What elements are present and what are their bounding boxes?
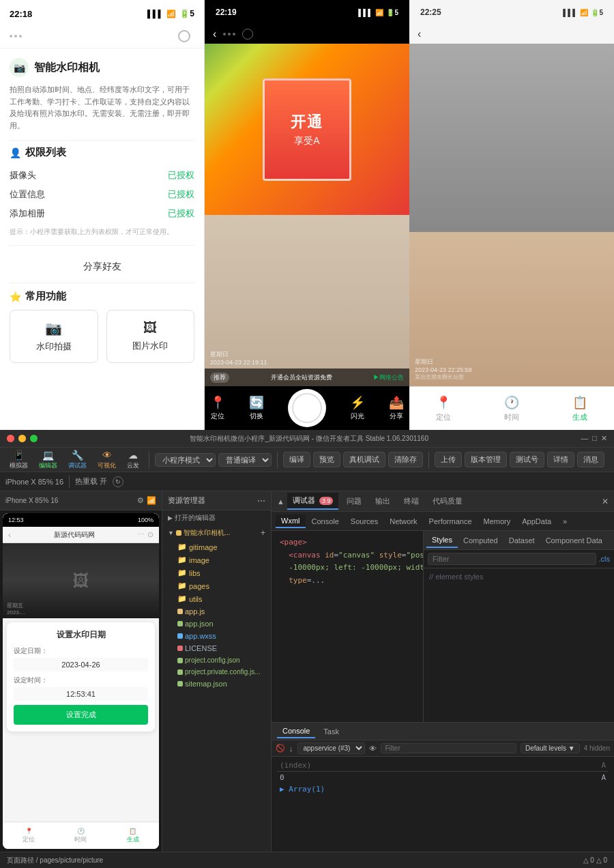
share-button[interactable]: 分享好友 — [10, 254, 194, 280]
console-expand-icon[interactable]: ↓ — [289, 744, 293, 753]
inner-tab-more[interactable]: » — [557, 515, 572, 527]
p3-back-icon[interactable]: ‹ — [418, 28, 421, 40]
minus-icon[interactable]: — — [581, 434, 588, 443]
file-dot-wxss — [177, 633, 183, 639]
cls-badge[interactable]: .cls — [599, 555, 611, 563]
camera-shutter-btn[interactable] — [288, 389, 326, 427]
inner-tab-console[interactable]: Console — [306, 515, 345, 527]
debugger-btn[interactable]: 🔧 调试器 — [64, 448, 91, 472]
real-device-btn[interactable]: 真机调试 — [343, 452, 385, 467]
console-eye-icon[interactable]: 👁 — [369, 744, 377, 753]
mode-select[interactable]: 小程序模式 — [155, 453, 216, 467]
refresh-icon[interactable]: ↻ — [113, 476, 123, 487]
add-file-icon[interactable]: + — [261, 528, 265, 538]
compile-btn[interactable]: 编译 — [283, 452, 310, 467]
sim-settings-icon[interactable]: ⚙ — [137, 496, 144, 505]
tab-code-quality[interactable]: 代码质量 — [427, 493, 468, 509]
file-tree: 资源管理器 ⋯ ▶ 打开的编辑器 ▼ 智能水印相机... + 📁 gitimag… — [162, 491, 272, 852]
hotreload-btn[interactable]: 热重载 开 — [75, 476, 107, 487]
clear-btn[interactable]: 清除存 — [388, 452, 423, 467]
message-btn[interactable]: 消息 — [577, 452, 604, 467]
tree-item-sitemap[interactable]: sitemap.json — [162, 678, 271, 690]
tree-item-appwxss[interactable]: app.wxss — [162, 630, 271, 642]
preview-btn[interactable]: 预览 — [313, 452, 340, 467]
inner-tab-network[interactable]: Network — [384, 515, 422, 527]
sim-tab-generate[interactable]: 📋 生成 — [127, 828, 139, 844]
tree-item-projectprivate[interactable]: project.private.config.js... — [162, 666, 271, 678]
console-appservice-select[interactable]: appservice (#3) — [297, 742, 365, 754]
inspector-tab-component[interactable]: Component Data — [540, 534, 608, 547]
tab-debugger[interactable]: 调试器 3 9 — [287, 493, 339, 510]
open-editors-chevron[interactable]: ▶ — [168, 515, 173, 521]
camera-switch-btn[interactable]: 🔄 切换 — [249, 395, 264, 421]
detail-btn[interactable]: 详情 — [547, 452, 574, 467]
tree-item-image[interactable]: 📁 image — [162, 553, 271, 566]
sim-image-placeholder: 🖼 — [73, 571, 89, 590]
close-debugger-icon[interactable]: ✕ — [602, 497, 609, 506]
p3-tab-time[interactable]: 🕐 时间 — [504, 395, 519, 422]
sim-tab-locate[interactable]: 📍 定位 — [23, 828, 35, 844]
tree-item-appjs[interactable]: app.js — [162, 605, 271, 618]
simulator-btn[interactable]: 📱 模拟器 — [5, 448, 32, 472]
watermark-image-btn[interactable]: 🖼 图片水印 — [106, 310, 195, 363]
test-num-btn[interactable]: 测试号 — [510, 452, 544, 467]
editor-btn[interactable]: 💻 编辑器 — [35, 448, 61, 472]
version-mgmt-btn[interactable]: 版本管理 — [465, 452, 507, 467]
tree-item-utils[interactable]: 📁 utils — [162, 592, 271, 605]
inner-tab-memory[interactable]: Memory — [478, 515, 516, 527]
tree-item-pages[interactable]: 📁 pages — [162, 579, 271, 592]
camera-flash-btn[interactable]: ⚡ 闪光 — [350, 395, 365, 421]
phone2-back-icon[interactable]: ‹ — [213, 28, 216, 40]
sim-tab-time[interactable]: 🕐 时间 — [74, 828, 87, 844]
inspector-tab-computed[interactable]: Computed — [458, 534, 503, 547]
watermark-photo-btn[interactable]: 📷 水印拍摄 — [10, 310, 98, 363]
close-btn[interactable] — [7, 435, 14, 442]
styles-filter-input[interactable] — [428, 553, 596, 565]
console-tab-task[interactable]: Task — [318, 725, 345, 738]
camera-top-area: 开通 享受A — [205, 44, 409, 215]
console-level-btn[interactable]: Default levels ▼ — [521, 743, 580, 753]
square-icon[interactable]: □ — [592, 434, 597, 443]
inner-tab-performance[interactable]: Performance — [424, 515, 478, 527]
inspector-tab-styles[interactable]: Styles — [426, 533, 458, 548]
tab-issues[interactable]: 问题 — [341, 493, 367, 509]
sim-menu-icon[interactable]: ⋯ — [137, 530, 145, 539]
visual-btn[interactable]: 👁 可视化 — [93, 448, 120, 472]
upload-btn[interactable]: 上传 — [435, 452, 462, 467]
console-tab-console[interactable]: Console — [277, 725, 315, 738]
sim-confirm-btn[interactable]: 设置完成 — [14, 705, 148, 725]
tree-item-appjson[interactable]: app.json — [162, 618, 271, 630]
inspector-tab-dataset[interactable]: Dataset — [503, 534, 540, 547]
inner-tab-appdata[interactable]: AppData — [516, 515, 557, 527]
compile-select[interactable]: 普通编译 — [218, 453, 272, 467]
console-clear-icon[interactable]: 🚫 — [276, 744, 285, 753]
p3-time-icon: 🕐 — [504, 395, 519, 410]
camera-locate-btn[interactable]: 📍 定位 — [210, 395, 225, 421]
console-filter-input[interactable] — [381, 743, 516, 753]
cloud-btn[interactable]: ☁ 云发 — [123, 448, 143, 472]
file-dot-license — [177, 646, 183, 651]
p3-tab-locate[interactable]: 📍 定位 — [436, 395, 451, 422]
camera-share-btn[interactable]: 📤 分享 — [389, 395, 404, 421]
inner-tab-sources[interactable]: Sources — [345, 515, 383, 527]
phone2-signal: ▌▌▌ — [358, 9, 372, 16]
tree-item-projectconfig[interactable]: project.config.json — [162, 654, 271, 666]
minimize-btn[interactable] — [18, 435, 26, 442]
more-icon[interactable]: ⋯ — [257, 496, 265, 506]
tree-item-license[interactable]: LICENSE — [162, 642, 271, 654]
tree-item-gitimage[interactable]: 📁 gitimage — [162, 540, 271, 553]
sim-back-icon[interactable]: ‹ — [8, 530, 11, 540]
console-array-row: ▶ Array(1) — [277, 783, 609, 795]
sim-home-icon[interactable]: ⊙ — [147, 530, 154, 539]
sim-time: 12:53 — [8, 517, 24, 523]
inner-tab-wxml[interactable]: Wxml — [276, 515, 306, 528]
tab-terminal[interactable]: 终端 — [398, 493, 424, 509]
tree-item-libs[interactable]: 📁 libs — [162, 566, 271, 579]
project-chevron[interactable]: ▼ — [168, 530, 174, 536]
x-icon[interactable]: ✕ — [601, 434, 607, 443]
nav-dot-3 — [19, 35, 22, 38]
p3-tab-generate[interactable]: 📋 生成 — [572, 395, 587, 422]
tab-output[interactable]: 输出 — [370, 493, 396, 509]
expand-icon[interactable]: ▲ — [277, 497, 284, 506]
maximize-btn[interactable] — [30, 435, 38, 442]
